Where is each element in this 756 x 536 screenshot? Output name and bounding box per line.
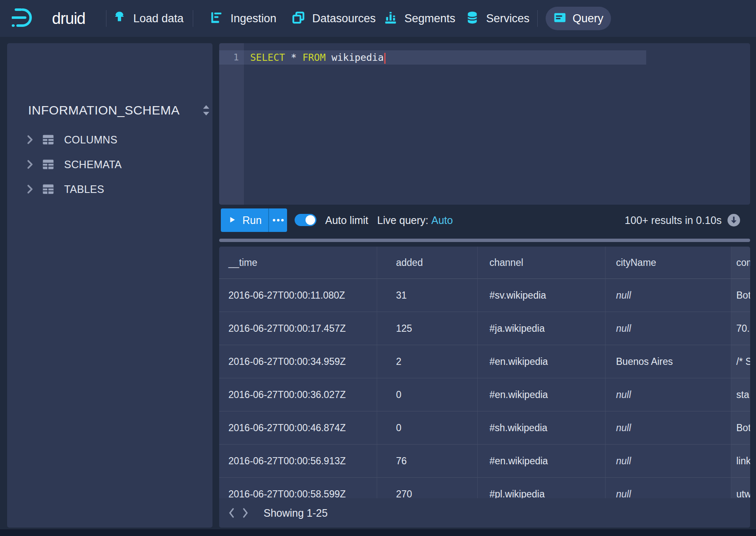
nav-item-load-data[interactable]: Load data [112,0,184,37]
table-cell[interactable]: #ja.wikipedia [478,312,606,345]
table-cell[interactable]: 2016-06-27T00:00:36.027Z [219,378,377,411]
play-icon [228,215,237,226]
ingestion-chart-icon [210,10,224,26]
nav-item-label: Ingestion [230,12,277,25]
column-header-comment[interactable]: comment [731,247,750,279]
nav-divider [537,10,538,27]
results-footer: Showing 1-25 [219,498,750,528]
table-cell[interactable]: 2016-06-27T00:00:11.080Z [219,279,377,312]
pagination-status: Showing 1-25 [264,507,328,519]
auto-limit-toggle[interactable] [295,214,316,226]
chevron-right-icon[interactable] [26,159,34,169]
next-page-button[interactable] [238,504,253,522]
table-row: 2016-06-27T00:00:17.457Z125#ja.wikipedia… [219,312,750,345]
table-cell[interactable]: Bot [731,411,750,445]
table-icon [41,158,55,171]
prev-page-button[interactable] [224,504,238,522]
double-caret-vertical-icon[interactable] [200,104,212,119]
column-header-cityName[interactable]: cityName [606,247,731,279]
column-header-channel[interactable]: channel [478,247,606,279]
table-cell[interactable]: #sh.wikipedia [478,411,606,445]
table-row: 2016-06-27T00:00:56.913Z76#en.wikipedian… [219,445,750,478]
column-header-added[interactable]: added [377,247,478,279]
run-more-button[interactable] [268,208,287,232]
nav-item-datasources[interactable]: Datasources [291,0,376,37]
nav-item-ingestion[interactable]: Ingestion [210,0,277,37]
nav-item-services[interactable]: Services [465,0,530,37]
table-row: 2016-06-27T00:00:36.027Z0#en.wikipedianu… [219,378,750,411]
table-cell[interactable]: null [606,411,731,445]
table-cell[interactable]: Bot [731,279,750,312]
table-cell[interactable]: null [606,378,731,411]
run-button[interactable]: Run [221,208,268,232]
table-header-row: __timeaddedchannelcityNamecomment [219,247,750,279]
more-icon [273,219,275,221]
upload-icon [112,10,127,26]
table-row: 2016-06-27T00:00:34.959Z2#en.wikipediaBu… [219,345,750,378]
table-cell[interactable]: null [606,312,731,345]
table-cell[interactable]: 2016-06-27T00:00:17.457Z [219,312,377,345]
druid-logo-icon [12,7,47,30]
table-icon [41,183,55,195]
table-cell[interactable]: /* S [731,345,750,378]
table-cell[interactable]: link [731,445,750,478]
bar-chart-icon [383,10,398,26]
table-cell[interactable]: 2 [377,345,478,378]
table-cell[interactable]: #en.wikipedia [478,345,606,378]
tab-query[interactable]: Query [546,7,611,30]
results-scrollbar[interactable] [219,239,750,242]
brand-wordmark: druid [52,10,85,28]
line-number: 1 [219,50,239,65]
sidebar-item-tables[interactable]: TABLES [7,179,212,199]
table-cell[interactable]: 125 [377,312,478,345]
table-cell[interactable]: null [606,279,731,312]
schema-title: INFORMATION_SCHEMA [28,103,180,117]
bottom-strip [0,529,756,536]
run-button-label: Run [243,214,262,226]
table-cell[interactable]: #en.wikipedia [478,378,606,411]
live-query-label: Live query: Auto [377,208,453,232]
table-cell[interactable]: 31 [377,279,478,312]
table-icon [41,133,55,146]
table-cell[interactable]: 76 [377,445,478,478]
table-cell[interactable]: 2016-06-27T00:00:34.959Z [219,345,377,378]
sql-editor[interactable]: 1 SELECT * FROM wikipedia [219,43,750,205]
auto-limit-label: Auto limit [325,208,368,232]
database-icon [465,10,479,26]
editor-gutter [219,43,244,205]
navbar: druid Load dataIngestionDatasourcesSegme… [0,0,756,37]
nav-divider [106,10,106,27]
schema-sidebar: INFORMATION_SCHEMA COLUMNSSCHEMATATABLES [7,43,212,528]
results-panel: __timeaddedchannelcityNamecomment2016-06… [219,247,750,528]
table-cell[interactable]: 0 [377,411,478,445]
text-cursor [384,53,386,64]
nav-item-label: Segments [404,12,456,25]
chevron-right-icon[interactable] [26,135,34,145]
sidebar-item-label: TABLES [64,183,104,195]
table-cell[interactable]: #en.wikipedia [478,445,606,478]
sidebar-item-label: COLUMNS [64,134,117,146]
table-row: 2016-06-27T00:00:11.080Z31#sv.wikipedian… [219,279,750,312]
table-cell[interactable]: sta [731,378,750,411]
download-icon[interactable] [727,213,740,227]
table-cell[interactable]: 2016-06-27T00:00:46.874Z [219,411,377,445]
sidebar-item-columns[interactable]: COLUMNS [7,130,212,150]
nav-item-segments[interactable]: Segments [383,0,456,37]
table-cell[interactable]: Buenos Aires [606,345,731,378]
druid-logo[interactable]: druid [12,0,85,37]
table-cell[interactable]: 0 [377,378,478,411]
sql-text[interactable]: SELECT * FROM wikipedia [250,50,386,65]
sidebar-item-schemata[interactable]: SCHEMATA [7,154,212,174]
live-query-value[interactable]: Auto [431,214,453,226]
sidebar-item-label: SCHEMATA [64,159,122,171]
table-cell[interactable]: 70.1 [731,312,750,345]
column-header-__time[interactable]: __time [219,247,377,279]
chevron-right-icon[interactable] [26,184,34,194]
table-cell[interactable]: null [606,445,731,478]
results-info: 100+ results in 0.10s [625,208,722,232]
run-bar: Run Auto limit Live query: Auto 100+ res… [219,208,750,232]
nav-item-label: Services [486,12,530,25]
table-cell[interactable]: #sv.wikipedia [478,279,606,312]
table-cell[interactable]: 2016-06-27T00:00:56.913Z [219,445,377,478]
console-icon [553,11,567,26]
